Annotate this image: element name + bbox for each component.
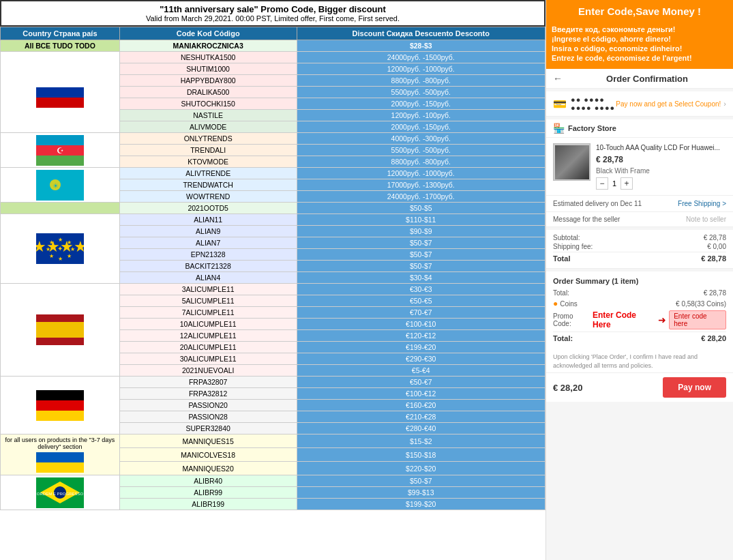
product-image xyxy=(553,143,590,181)
spain-flag-svg xyxy=(36,314,84,345)
table-row: ☀ ALIVTRENDE 12000руб. -1000руб. xyxy=(1,168,545,179)
code-cell: MANNIQUES15 xyxy=(119,434,297,448)
ukraine-flag-svg xyxy=(36,452,84,473)
svg-rect-21 xyxy=(36,314,84,322)
back-arrow-icon[interactable]: ← xyxy=(553,73,563,84)
code-cell: 12ALICUMPLE11 xyxy=(119,330,297,342)
svg-text:★: ★ xyxy=(66,253,71,259)
promo-header: "11th anniversary sale" Promo Code, Bigg… xyxy=(0,0,545,27)
discount-cell: $28-$3 xyxy=(297,40,545,52)
pay-footer: € 28,20 Pay now xyxy=(546,372,733,402)
code-cell: 3ALICUMPLE11 xyxy=(119,284,297,295)
factory-store-row: 🏪 Factory Store xyxy=(546,119,733,138)
coins-value: € 0,58(33 Coins) xyxy=(676,300,726,308)
code-cell: ALIBR199 xyxy=(119,499,297,510)
delivery-text: Estimated delivery on Dec 11 xyxy=(553,200,642,207)
code-cell: SUPER32840 xyxy=(119,423,297,434)
table-row: 2021OOTD5 $50-$5 xyxy=(1,203,545,214)
discount-cell: €30-€3 xyxy=(297,284,545,295)
summary-final-value: € 28,20 xyxy=(701,334,726,342)
discount-cell: 17000руб. -1300руб. xyxy=(297,179,545,191)
eu-flag-svg: ★★★★★★★★★★★★ ★ ★ ★ ★ ★ ★ ★ ★ ✦ xyxy=(36,233,84,264)
discount-cell: $50-$5 xyxy=(297,203,545,214)
discount-cell: €100-€10 xyxy=(297,319,545,330)
coin-icon: ● xyxy=(553,299,558,308)
product-name: 10-Touch AAA Quality LCD For Huawei... xyxy=(596,143,726,152)
svg-rect-25 xyxy=(36,400,84,411)
message-label: Message for the seller xyxy=(553,216,620,223)
qty-control: − 1 + xyxy=(596,177,726,190)
discount-cell: $50-$7 xyxy=(297,249,545,261)
store-name: Factory Store xyxy=(568,124,616,132)
svg-rect-27 xyxy=(36,452,84,462)
discount-cell: 24000руб. -1500руб. xyxy=(297,52,545,63)
code-cell: 2021NUEVOALI xyxy=(119,365,297,377)
promo-code-input[interactable]: Enter code here xyxy=(669,310,726,329)
code-cell: EPN21328 xyxy=(119,249,297,261)
code-cell: NASTILE xyxy=(119,110,297,121)
svg-text:☀: ☀ xyxy=(52,182,58,190)
discount-cell: €5-€4 xyxy=(297,365,545,377)
code-cell: TRENDALI xyxy=(119,145,297,156)
discount-cell: 5500руб. -500руб. xyxy=(297,145,545,156)
order-panel: ← Order Confirmation 💳 ●● ●●●● ●●●● ●●●●… xyxy=(546,69,733,560)
code-cell: MANNIQUES20 xyxy=(119,462,297,475)
subtotal-section: Subtotal: € 28,78 Shipping fee: € 0,00 T… xyxy=(546,230,733,269)
discount-cell: $199-$20 xyxy=(297,499,545,510)
promo-line2: Valid from March 29,2021. 00:00 PST, Lim… xyxy=(3,14,543,23)
note-to-seller[interactable]: Note to seller xyxy=(686,216,726,223)
flag-brazil: ORDEM E PROGRESSO xyxy=(1,475,120,510)
code-cell: 10ALICUMPLE11 xyxy=(119,319,297,330)
discount-cell: $50-$7 xyxy=(297,237,545,249)
header-discount: Discount Скидка Descuento Desconto xyxy=(297,27,545,40)
subtotal-total-row: Total € 28,78 xyxy=(553,252,726,263)
product-info: 10-Touch AAA Quality LCD For Huawei... €… xyxy=(596,143,726,190)
svg-text:★: ★ xyxy=(48,253,53,259)
svg-text:☪: ☪ xyxy=(56,146,63,156)
code-cell: FRPA32812 xyxy=(119,388,297,400)
discount-cell: 1200руб. -100руб. xyxy=(297,110,545,121)
code-cell: DRALIKA500 xyxy=(119,87,297,98)
svg-text:ORDEM E PROGRESSO: ORDEM E PROGRESSO xyxy=(37,492,84,496)
country-all2 xyxy=(1,203,120,214)
summary-title: Order Summary (1 item) xyxy=(553,277,726,285)
confirm-text-content: Upon clicking 'Place Order', I confirm I… xyxy=(553,353,698,369)
svg-text:★: ★ xyxy=(48,239,53,246)
qty-increase-button[interactable]: + xyxy=(620,177,633,190)
shipping-text[interactable]: Free Shipping > xyxy=(678,200,726,207)
lang-es: ¡Ingrese el código, ahorre dinero! xyxy=(552,35,728,43)
svg-rect-28 xyxy=(36,462,84,473)
svg-rect-2 xyxy=(36,98,84,108)
discount-cell: €120-€12 xyxy=(297,330,545,342)
product-price: € 28,78 xyxy=(596,155,726,164)
order-topbar: ← Order Confirmation xyxy=(546,69,733,89)
code-cell: ALIBR40 xyxy=(119,475,297,487)
discount-cell: $99-$13 xyxy=(297,487,545,499)
coins-label: ● Coins xyxy=(553,299,578,308)
pay-now-button[interactable]: Pay now xyxy=(663,377,726,398)
svg-rect-22 xyxy=(36,322,84,338)
message-row: Message for the seller Note to seller xyxy=(546,212,733,227)
azerbaijan-flag-svg: ☪ xyxy=(36,135,84,166)
code-cell: PASSION28 xyxy=(119,411,297,423)
total-value: € 28,78 xyxy=(701,254,726,263)
payment-row[interactable]: 💳 ●● ●●●● ●●●● ●●●● Pay now and get a Se… xyxy=(546,91,733,117)
svg-rect-23 xyxy=(36,338,84,345)
table-row: NESHUTKA1500 24000руб. -1500руб. xyxy=(1,52,545,63)
table-row: ☪ ONLYTRENDS 4000руб. -300руб. xyxy=(1,133,545,145)
discount-cell: €70-€7 xyxy=(297,307,545,319)
ukraine-note: for all users on products in the "3-7 da… xyxy=(3,437,117,450)
lang-ru: Введите код, сэкономьте деньги! xyxy=(552,25,728,33)
flag-germany xyxy=(1,377,120,434)
coupon-text: Pay now and get a Select Coupon! xyxy=(616,100,721,108)
country-cell: All ВСЕ TUDO TODO xyxy=(1,40,120,52)
discount-cell: 12000руб. -1000руб. xyxy=(297,63,545,75)
qty-decrease-button[interactable]: − xyxy=(596,177,608,190)
discount-cell: €100-€12 xyxy=(297,388,545,400)
svg-text:✦: ✦ xyxy=(57,245,63,252)
delivery-row: Estimated delivery on Dec 11 Free Shippi… xyxy=(546,196,733,212)
code-cell: ALIBR99 xyxy=(119,487,297,499)
pay-total-amount: € 28,20 xyxy=(553,383,582,393)
discount-cell: €210-€28 xyxy=(297,411,545,423)
summary-final-row: Total: € 28,20 xyxy=(553,331,726,342)
